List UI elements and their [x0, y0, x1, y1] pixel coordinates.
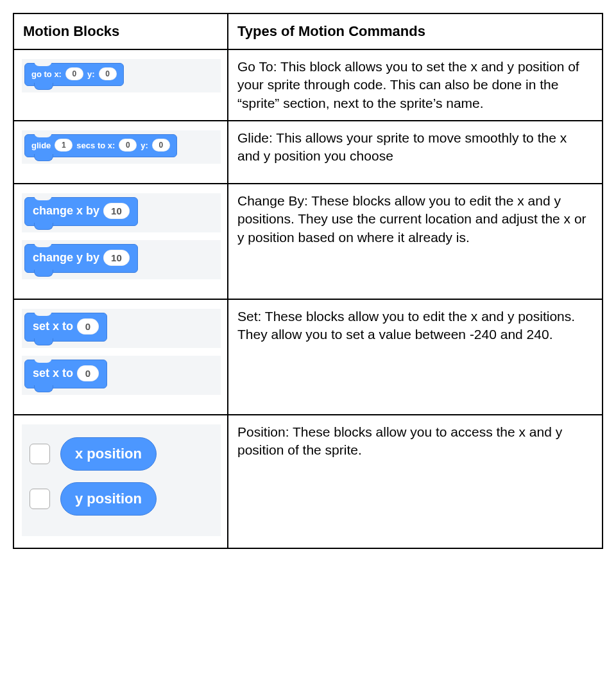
block-text: y:: [141, 141, 148, 150]
table-row: go to x: 0 y: 0 Go To: This block allows…: [13, 49, 603, 121]
goto-description: Go To: This block allows you to set the …: [228, 49, 603, 121]
table-row: glide 1 secs to x: 0 y: 0 Glide: This al…: [13, 121, 603, 184]
block-arg: 0: [99, 67, 117, 80]
block-text: set x to: [33, 367, 73, 380]
block-arg: 1: [55, 139, 73, 152]
block-text: secs to x:: [76, 141, 115, 150]
table-row: x position y position Position: These bl…: [13, 415, 603, 548]
change-x-block: change x by 10: [24, 197, 138, 226]
block-text: y:: [87, 69, 95, 79]
y-position-checkbox[interactable]: [30, 489, 50, 509]
set-x-block: set x to 0: [24, 313, 107, 342]
glide-block: glide 1 secs to x: 0 y: 0: [24, 134, 177, 157]
changeby-description: Change By: These blocks allow you to edi…: [228, 184, 603, 299]
motion-blocks-table: Motion Blocks Types of Motion Commands g…: [13, 13, 603, 549]
block-arg: 0: [152, 139, 170, 152]
change-y-block: change y by 10: [24, 244, 138, 273]
goto-block: go to x: 0 y: 0: [24, 63, 124, 86]
block-arg: 0: [65, 67, 83, 80]
block-text: glide: [31, 141, 51, 150]
set-x-block-2: set x to 0: [24, 360, 107, 388]
set-description: Set: These blocks allow you to edit the …: [228, 299, 603, 415]
block-text: change y by: [33, 251, 99, 265]
block-arg: 0: [119, 139, 137, 152]
table-row: set x to 0 set x to 0 Set: These blocks …: [13, 299, 603, 415]
block-arg: 0: [77, 365, 99, 381]
x-position-reporter: x position: [60, 437, 157, 471]
header-right: Types of Motion Commands: [228, 13, 603, 49]
x-position-checkbox[interactable]: [30, 444, 50, 464]
block-arg: 10: [103, 250, 130, 266]
header-left: Motion Blocks: [13, 13, 228, 49]
block-text: go to x:: [31, 69, 62, 79]
position-description: Position: These blocks allow you to acce…: [228, 415, 603, 548]
table-row: change x by 10 change y by 10 Change By:…: [13, 184, 603, 299]
block-arg: 10: [103, 203, 130, 219]
glide-description: Glide: This allows your sprite to move s…: [228, 121, 603, 184]
block-text: change x by: [33, 204, 99, 218]
block-text: set x to: [33, 320, 73, 333]
block-arg: 0: [77, 318, 99, 335]
y-position-reporter: y position: [60, 482, 157, 516]
